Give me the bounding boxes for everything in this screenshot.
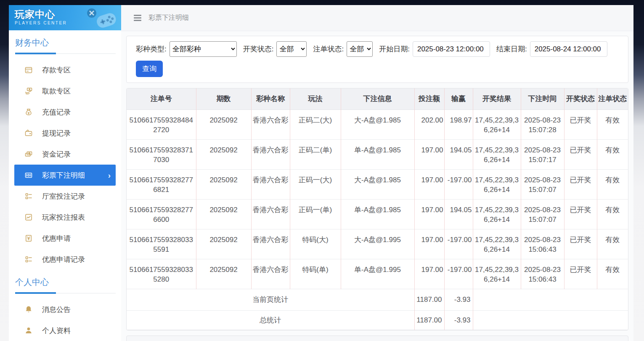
pagination-panel: [126, 336, 628, 341]
cell-bet-info: 单-A盘@1.995: [341, 259, 414, 289]
cell-play-type: 正码一(单): [290, 199, 341, 229]
sidebar-item-label: 厅室投注记录: [42, 192, 85, 201]
sidebar-item-promo-record[interactable]: 优惠申请记录: [14, 249, 116, 270]
cell-play-type: 正码二(单): [290, 139, 341, 169]
sidebar-item-lottery-bet-detail[interactable]: 彩票下注明细›: [14, 165, 116, 186]
content: 彩种类型: 全部彩种 开奖状态: 全部 注单状态: 全部 开始日期:: [121, 31, 633, 341]
main-area: 彩票下注明细 彩种类型: 全部彩种 开奖状态: 全部 注单状态: 全部: [121, 5, 633, 341]
start-date-label: 开始日期:: [379, 44, 410, 54]
cell-draw-result: 17,45,22,39,36,26+14: [473, 229, 521, 259]
sidebar: 玩家中心 PLAYERS CENTER 财务中心存款专区取款专区充值记录提现记录…: [9, 5, 121, 341]
withdraw-hand-icon: [24, 87, 33, 95]
sidebar-item-label: 消息公告: [42, 305, 71, 314]
cell-draw-result: 17,45,22,39,36,26+14: [473, 109, 521, 139]
menu-toggle-icon[interactable]: [132, 13, 143, 23]
cell-win-loss: -197.00: [444, 259, 473, 289]
search-button[interactable]: 查询: [136, 61, 163, 77]
cell-bet-amount: 197.00: [414, 259, 444, 289]
cell-draw-status: 已开奖: [564, 229, 597, 259]
sidebar-item-label: 优惠申请记录: [42, 255, 85, 264]
column-header: 下注信息: [341, 88, 414, 109]
cell-lottery-name: 香港六合彩: [251, 229, 290, 259]
cell-bet-status: 有效: [597, 229, 628, 259]
sidebar-item-label: 存款专区: [42, 65, 71, 75]
cell-play-type: 特码(单): [290, 259, 341, 289]
cell-play-type: 正码一(大): [290, 169, 341, 199]
sidebar-item-message-bell[interactable]: 消息公告: [14, 299, 116, 320]
promo-record-icon: [24, 255, 33, 264]
cell-bet-number: 51066175593284842720: [127, 109, 196, 139]
cell-draw-result: 17,45,22,39,36,26+14: [473, 139, 521, 169]
recharge-bag-icon: [24, 108, 33, 116]
sidebar-item-promo-apply[interactable]: 优惠申请: [14, 228, 116, 249]
summary-row: 当前页统计1187.00-3.93: [127, 289, 628, 310]
lottery-type-select[interactable]: 全部彩种: [170, 41, 237, 57]
promo-apply-icon: [24, 234, 33, 242]
sidebar-item-profile-person[interactable]: 个人资料: [14, 320, 116, 341]
cell-period: 2025092: [196, 169, 251, 199]
sidebar-item-label: 取款专区: [42, 86, 71, 96]
cell-bet-time: 2025-08-23 15:07:28: [521, 109, 564, 139]
cell-bet-amount: 197.00: [414, 169, 444, 199]
bet-status-select[interactable]: 全部: [347, 41, 373, 57]
draw-status-label: 开奖状态:: [243, 44, 274, 54]
column-header: 注单状态: [597, 88, 628, 109]
cell-draw-result: 17,45,22,39,36,26+14: [473, 259, 521, 289]
column-header: 开奖状态: [564, 88, 597, 109]
summary-row: 总统计1187.00-3.93: [127, 310, 628, 330]
cell-bet-number: 51066175593280335591: [127, 229, 196, 259]
sidebar-item-hall-bet-record[interactable]: 厅室投注记录: [14, 186, 116, 207]
end-date-label: 结束日期:: [496, 44, 527, 54]
cell-lottery-name: 香港六合彩: [251, 259, 290, 289]
chevron-right-icon: ›: [108, 171, 111, 179]
cell-draw-status: 已开奖: [564, 199, 597, 229]
sidebar-item-funds-record[interactable]: 资金记录: [14, 144, 116, 165]
sidebar-item-label: 玩家投注报表: [42, 213, 85, 222]
cell-lottery-name: 香港六合彩: [251, 169, 290, 199]
column-header: 注单号: [127, 88, 196, 109]
draw-status-select[interactable]: 全部: [276, 41, 307, 57]
cell-play-type: 特码(大): [290, 229, 341, 259]
cell-bet-status: 有效: [597, 199, 628, 229]
column-header: 玩法: [290, 88, 341, 109]
sidebar-item-label: 充值记录: [42, 107, 71, 117]
summary-win-loss-total: -3.93: [444, 310, 473, 330]
cell-bet-time: 2025-08-23 15:07:07: [521, 199, 564, 229]
cell-draw-status: 已开奖: [564, 259, 597, 289]
section-divider: [15, 53, 116, 54]
sidebar-item-withdraw-hand[interactable]: 取款专区: [14, 80, 116, 101]
cell-lottery-name: 香港六合彩: [251, 109, 290, 139]
sidebar-item-deposit-card[interactable]: 存款专区: [14, 59, 116, 80]
cell-bet-time: 2025-08-23 15:06:43: [521, 259, 564, 289]
column-header: 输赢: [444, 88, 473, 109]
cell-bet-amount: 197.00: [414, 199, 444, 229]
cell-win-loss: 194.05: [444, 199, 473, 229]
cell-play-type: 正码二(大): [290, 109, 341, 139]
end-date-input[interactable]: [530, 41, 607, 57]
cell-bet-number: 51066175593282776600: [127, 199, 196, 229]
funds-record-icon: [24, 150, 33, 158]
lottery-type-label: 彩种类型:: [136, 44, 167, 54]
cell-lottery-name: 香港六合彩: [251, 139, 290, 169]
summary-bet-amount-total: 1187.00: [414, 310, 444, 330]
page-content: 玩家中心 PLAYERS CENTER 财务中心存款专区取款专区充值记录提现记录…: [9, 5, 633, 341]
cell-bet-info: 大-A盘@1.985: [341, 109, 414, 139]
sidebar-item-label: 个人资料: [42, 326, 71, 336]
sidebar-item-withdrawal-wallet[interactable]: 提现记录: [14, 123, 116, 144]
cell-win-loss: 194.05: [444, 139, 473, 169]
withdrawal-wallet-icon: [24, 129, 33, 137]
cell-period: 2025092: [196, 109, 251, 139]
start-date-input[interactable]: [413, 41, 490, 57]
cell-period: 2025092: [196, 259, 251, 289]
cell-bet-amount: 197.00: [414, 139, 444, 169]
cell-bet-status: 有效: [597, 259, 628, 289]
column-header: 投注额: [414, 88, 444, 109]
cell-period: 2025092: [196, 229, 251, 259]
sidebar-item-label: 资金记录: [42, 149, 71, 159]
sidebar-item-recharge-bag[interactable]: 充值记录: [14, 101, 116, 123]
column-header: 开奖结果: [473, 88, 521, 109]
cell-bet-info: 单-A盘@1.985: [341, 139, 414, 169]
table-row: 510661755932803352802025092香港六合彩特码(单)单-A…: [127, 259, 628, 289]
bet-table-panel: 注单号期数彩种名称玩法下注信息投注额输赢开奖结果下注时间开奖状态注单状态 510…: [126, 88, 628, 330]
sidebar-item-player-report[interactable]: 玩家投注报表: [14, 207, 116, 228]
